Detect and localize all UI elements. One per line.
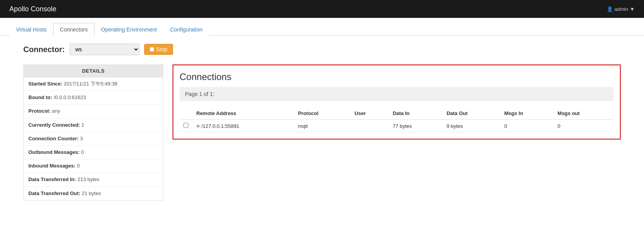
col-header-data-out: Data Out xyxy=(443,107,501,120)
tab-connectors[interactable]: Connectors xyxy=(53,23,94,36)
row-checkbox[interactable] xyxy=(183,123,188,128)
row-msgs-out: 0 xyxy=(554,120,614,133)
detail-row-bound-to: Bound to: /0.0.0.0:61623 xyxy=(24,91,163,105)
stop-icon xyxy=(150,47,154,51)
detail-value-data-transferred-out: 21 bytes xyxy=(82,190,101,196)
tab-configuration[interactable]: Configuration xyxy=(164,23,209,36)
user-name: admin xyxy=(614,6,628,12)
detail-row-data-transferred-in: Data Transferred In: 213 bytes xyxy=(24,173,163,187)
row-remote-address: ⊗ /127.0.0.1:55891 xyxy=(192,120,294,133)
connector-row: Connector: ws Stop xyxy=(23,44,621,55)
detail-value-data-transferred-in: 213 bytes xyxy=(77,176,99,182)
user-menu[interactable]: 👤 admin ▼ xyxy=(607,6,635,12)
col-header-msgs-in: Msgs In xyxy=(501,107,554,120)
col-header-data-in: Data In xyxy=(389,107,443,120)
connections-title: Connections xyxy=(180,72,614,82)
details-panel: DETAILS Started Since: 2017/11/21 下午5:49… xyxy=(23,65,163,201)
detail-label-data-transferred-in: Data Transferred In: xyxy=(28,176,76,182)
detail-value-protocol: any xyxy=(52,108,60,114)
row-protocol: mqtt xyxy=(294,120,351,133)
detail-row-currently-connected: Currently Connected: 1 xyxy=(24,119,163,132)
col-header-checkbox xyxy=(180,107,192,120)
tab-bar: Virtual Hosts Connectors Operating Envir… xyxy=(0,18,644,36)
col-header-protocol: Protocol xyxy=(294,107,351,120)
connector-select[interactable]: ws xyxy=(70,44,140,55)
user-icon: 👤 xyxy=(607,6,613,12)
navbar: Apollo Console 👤 admin ▼ xyxy=(0,0,644,18)
col-header-user: User xyxy=(351,107,389,120)
row-checkbox-cell xyxy=(180,120,192,133)
detail-row-inbound-messages: Inbound Messages: 0 xyxy=(24,159,163,173)
col-header-remote-address: Remote Address xyxy=(192,107,294,120)
detail-row-connection-counter: Connection Counter: 3 xyxy=(24,132,163,146)
detail-value-currently-connected: 1 xyxy=(82,122,84,128)
detail-label-started-since: Started Since: xyxy=(28,81,62,87)
detail-label-connection-counter: Connection Counter: xyxy=(28,136,79,141)
chevron-down-icon: ▼ xyxy=(630,6,635,12)
row-msgs-in: 0 xyxy=(501,120,554,133)
row-data-in: 77 bytes xyxy=(389,120,443,133)
detail-row-data-transferred-out: Data Transferred Out: 21 bytes xyxy=(24,187,163,200)
detail-label-data-transferred-out: Data Transferred Out: xyxy=(28,190,80,196)
table-header-row: Remote Address Protocol User Data In Dat… xyxy=(180,107,614,120)
detail-label-outbound-messages: Outbound Messages: xyxy=(28,149,80,155)
detail-row-protocol: Protocol: any xyxy=(24,105,163,118)
row-data-out: 9 bytes xyxy=(443,120,501,133)
detail-value-connection-counter: 3 xyxy=(80,136,83,141)
detail-row-started-since: Started Since: 2017/11/21 下午5:49:38 xyxy=(24,77,163,91)
detail-label-inbound-messages: Inbound Messages: xyxy=(28,163,75,169)
detail-row-outbound-messages: Outbound Messages: 0 xyxy=(24,146,163,159)
detail-value-inbound-messages: 0 xyxy=(77,163,80,169)
detail-value-bound-to: /0.0.0.0:61623 xyxy=(54,94,86,100)
tab-virtual-hosts[interactable]: Virtual Hosts xyxy=(9,23,53,36)
row-user xyxy=(351,120,389,133)
connector-label: Connector: xyxy=(23,45,65,54)
detail-label-currently-connected: Currently Connected: xyxy=(28,122,80,128)
table-row: ⊗ /127.0.0.1:55891 mqtt 77 bytes 9 bytes… xyxy=(180,120,614,133)
detail-label-protocol: Protocol: xyxy=(28,108,51,114)
remote-address-value: /127.0.0.1:55891 xyxy=(201,123,239,129)
detail-label-bound-to: Bound to: xyxy=(28,94,52,100)
page-info: Page 1 of 1: xyxy=(180,87,614,101)
two-column-layout: DETAILS Started Since: 2017/11/21 下午5:49… xyxy=(23,65,621,201)
col-header-msgs-out: Msgs out xyxy=(554,107,614,120)
connections-table: Remote Address Protocol User Data In Dat… xyxy=(180,107,614,133)
detail-value-started-since: 2017/11/21 下午5:49:38 xyxy=(64,81,117,87)
detail-value-outbound-messages: 0 xyxy=(81,149,84,155)
stop-button[interactable]: Stop xyxy=(144,44,173,55)
details-header: DETAILS xyxy=(24,65,163,77)
app-title: Apollo Console xyxy=(9,5,56,13)
stop-button-label: Stop xyxy=(156,46,168,52)
remote-address-icon: ⊗ xyxy=(196,124,200,129)
tab-operating-environment[interactable]: Operating Environment xyxy=(94,23,164,36)
connections-panel: Connections Page 1 of 1: Remote Address … xyxy=(173,65,621,140)
main-content: Connector: ws Stop DETAILS Started Since… xyxy=(0,36,644,208)
